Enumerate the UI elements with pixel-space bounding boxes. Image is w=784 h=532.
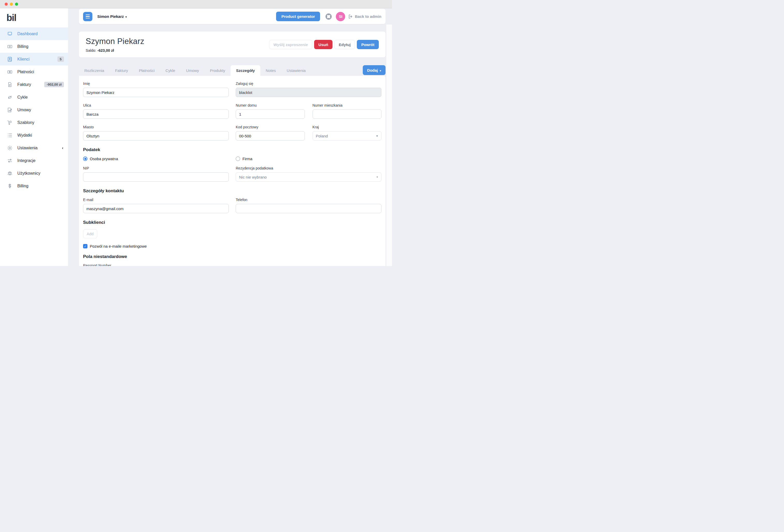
first-name-label: Imię bbox=[83, 82, 229, 86]
hamburger-menu-button[interactable] bbox=[83, 12, 92, 21]
tabs-container: RozliczeniaFakturyPłatnościCykleUmowyPro… bbox=[79, 65, 311, 76]
send-invite-button[interactable]: Wyślij zaproszenie bbox=[269, 40, 312, 49]
phone-input[interactable] bbox=[236, 204, 382, 213]
sidebar-item-label: Billing bbox=[17, 44, 28, 49]
logout-icon bbox=[348, 14, 353, 19]
first-name-input[interactable] bbox=[83, 88, 229, 97]
saldo-value: -623,00 zł bbox=[97, 48, 114, 53]
saldo-label: Saldo: bbox=[86, 48, 96, 53]
apartment-number-input[interactable] bbox=[313, 109, 382, 119]
sidebar-item-label: Cykle bbox=[17, 95, 28, 100]
sidebar-item-ustawienia[interactable]: Ustawienia‹ bbox=[0, 142, 68, 154]
tab-notes[interactable]: Notes bbox=[260, 65, 281, 76]
sidebar-item-label: Wydatki bbox=[17, 133, 32, 138]
banknote-icon bbox=[7, 44, 13, 50]
sidebar-item-klienci[interactable]: Klienci5 bbox=[0, 53, 68, 65]
tab-faktury[interactable]: Faktury bbox=[110, 65, 134, 76]
help-lifebuoy-icon[interactable] bbox=[325, 13, 332, 20]
back-to-admin-link[interactable]: Back to admin bbox=[348, 14, 382, 19]
marketing-emails-checkbox[interactable]: Pozwól na e-maile marketingowe bbox=[83, 244, 382, 248]
tab-umowy[interactable]: Umowy bbox=[180, 65, 204, 76]
house-number-input[interactable] bbox=[236, 109, 305, 119]
street-input[interactable] bbox=[83, 109, 229, 119]
sidebar-item-integracje[interactable]: Integracje bbox=[0, 154, 68, 167]
sidebar-item-faktury[interactable]: Faktury-902,00 zł bbox=[0, 78, 68, 91]
contact-book-icon bbox=[7, 56, 13, 62]
product-generator-button[interactable]: Product generator bbox=[276, 12, 320, 21]
private-person-radio[interactable]: Osoba prywatna bbox=[83, 157, 229, 161]
add-subclient-button[interactable]: Add bbox=[83, 229, 97, 238]
sidebar-item-dashboard[interactable]: Dashboard bbox=[0, 27, 68, 40]
tax-residency-selected-value: Nic nie wybrano bbox=[239, 175, 267, 179]
tax-residency-label: Rezydencja podatkowa bbox=[236, 166, 382, 170]
email-input[interactable] bbox=[83, 204, 229, 213]
chevron-down-icon: ▾ bbox=[376, 134, 378, 138]
sidebar-item-billing[interactable]: Billing bbox=[0, 40, 68, 53]
radio-indicator bbox=[83, 157, 87, 161]
main-area: Simon Piekarz▾ Product generator bbox=[68, 8, 392, 266]
sidebar-item-label: Użytkownicy bbox=[17, 171, 40, 176]
zoom-window-button[interactable] bbox=[15, 3, 18, 6]
chevron-down-icon: ▾ bbox=[125, 15, 127, 19]
chevron-left-icon: ‹ bbox=[62, 145, 63, 150]
list-icon bbox=[7, 132, 13, 138]
vertical-scrollbar[interactable] bbox=[386, 25, 392, 266]
user-menu-label: Simon Piekarz bbox=[97, 14, 124, 19]
invoice-icon bbox=[7, 82, 13, 88]
sidebar-item-cykle[interactable]: Cykle bbox=[0, 91, 68, 104]
sidebar-item-szablony[interactable]: Szablony bbox=[0, 116, 68, 129]
chevron-down-icon: ▾ bbox=[376, 176, 378, 178]
minimize-window-button[interactable] bbox=[10, 3, 13, 6]
country-select[interactable]: Poland ▾ bbox=[313, 131, 382, 140]
dollar-icon bbox=[7, 183, 13, 189]
sidebar-item-wydatki[interactable]: Wydatki bbox=[0, 129, 68, 142]
tab-cykle[interactable]: Cykle bbox=[160, 65, 181, 76]
add-button-label: Dodaj bbox=[367, 68, 378, 73]
country-selected-value: Poland bbox=[316, 134, 328, 138]
nip-label: NIP bbox=[83, 166, 229, 170]
login-input bbox=[236, 88, 382, 97]
sidebar-item-billing[interactable]: Billing bbox=[0, 179, 68, 192]
tax-residency-select[interactable]: Nic nie wybrano ▾ bbox=[236, 172, 382, 181]
loop-icon bbox=[7, 94, 13, 101]
edit-button[interactable]: Edytuj bbox=[334, 40, 355, 49]
tax-section-heading: Podatek bbox=[83, 147, 382, 152]
trolley-icon bbox=[7, 119, 13, 126]
marketing-emails-label: Pozwól na e-maile marketingowe bbox=[90, 244, 147, 248]
apartment-number-label: Numer mieszkania bbox=[313, 103, 382, 107]
sidebar-item-płatności[interactable]: Płatności bbox=[0, 65, 68, 78]
nip-input[interactable] bbox=[83, 172, 229, 181]
contract-icon bbox=[7, 107, 13, 113]
sidebar-item-label: Klienci bbox=[17, 57, 29, 62]
tab-płatności[interactable]: Płatności bbox=[134, 65, 160, 76]
city-label: Miasto bbox=[83, 125, 229, 129]
page-title: Szymon Piekarz bbox=[86, 37, 144, 46]
close-window-button[interactable] bbox=[5, 3, 8, 6]
tab-szczegóły[interactable]: Szczegóły bbox=[230, 65, 260, 76]
saldo-line: Saldo: -623,00 zł bbox=[86, 48, 144, 53]
macos-titlebar bbox=[0, 0, 392, 8]
user-menu-dropdown[interactable]: Simon Piekarz▾ bbox=[97, 14, 127, 19]
postal-code-input[interactable] bbox=[236, 131, 305, 140]
radio-indicator bbox=[236, 157, 240, 161]
sidebar-item-label: Umowy bbox=[17, 108, 31, 112]
tab-ustawienia[interactable]: Ustawienia bbox=[281, 65, 311, 76]
city-input[interactable] bbox=[83, 131, 229, 140]
avatar[interactable]: SI bbox=[336, 12, 345, 21]
contact-section-heading: Szczegóły kontaktu bbox=[83, 188, 382, 194]
sidebar-item-użytkownicy[interactable]: Użytkownicy bbox=[0, 167, 68, 179]
client-header-card: Szymon Piekarz Saldo: -623,00 zł Wyślij … bbox=[79, 32, 386, 57]
subclients-section-heading: Subklienci bbox=[83, 220, 382, 225]
details-panel: Imię Zaloguj się Ulica Numer domu bbox=[79, 76, 386, 266]
tab-produkty[interactable]: Produkty bbox=[204, 65, 230, 76]
topbar: Simon Piekarz▾ Product generator bbox=[79, 9, 386, 24]
back-button[interactable]: Powrót bbox=[357, 40, 379, 49]
company-radio[interactable]: Firma bbox=[236, 157, 382, 161]
company-radio-label: Firma bbox=[243, 157, 252, 161]
delete-button[interactable]: Usuń bbox=[314, 40, 333, 49]
add-dropdown-button[interactable]: Dodaj▾ bbox=[363, 65, 386, 75]
arrows-icon bbox=[7, 158, 13, 164]
sidebar-item-umowy[interactable]: Umowy bbox=[0, 104, 68, 116]
tab-rozliczenia[interactable]: Rozliczenia bbox=[79, 65, 110, 76]
sidebar-item-label: Szablony bbox=[17, 120, 34, 125]
